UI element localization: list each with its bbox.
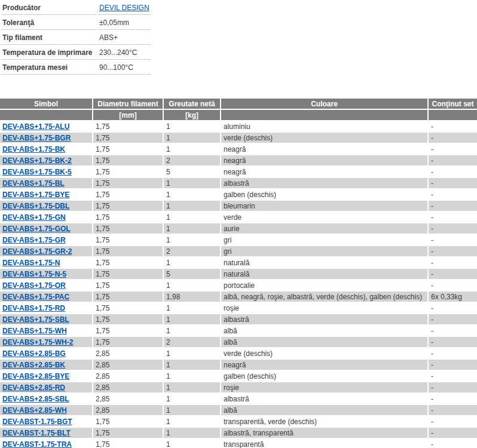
set-cell: -	[429, 405, 477, 415]
info-label: Toleranţă	[1, 16, 97, 30]
diameter-cell: 1,75	[93, 337, 163, 347]
diameter-cell: 1,75	[93, 223, 163, 234]
symbol-link[interactable]: DEV-ABST-1.75-BGT	[2, 418, 72, 426]
set-cell: -	[429, 167, 477, 177]
table-row: DEV-ABS+1.75-BGR1,751verde (deschis)-	[0, 133, 477, 143]
symbol-link[interactable]: DEV-ABS+1.75-PAC	[2, 293, 69, 301]
diameter-cell: 2,85	[93, 348, 163, 358]
symbol-cell: DEV-ABS+2.85-BG	[0, 348, 92, 358]
symbol-link[interactable]: DEV-ABS+1.75-OR	[2, 281, 66, 290]
weight-cell: 1	[164, 326, 220, 336]
symbol-link[interactable]: DEV-ABS+1.75-GR	[2, 236, 66, 244]
color-cell: verde (deschis)	[221, 348, 427, 358]
color-cell: albastră, transparentă	[221, 428, 427, 438]
table-row: DEV-ABS+1.75-GN1,751verde-	[0, 212, 477, 222]
symbol-link[interactable]: DEV-ABS+1.75-DBL	[2, 202, 69, 210]
symbol-link[interactable]: DEV-ABS+1.75-BK-5	[2, 168, 72, 176]
diameter-cell: 1,75	[93, 416, 163, 426]
symbol-link[interactable]: DEV-ABS+1.75-BK-2	[2, 157, 72, 165]
symbol-cell: DEV-ABS+1.75-BGR	[0, 133, 92, 143]
info-label: Temperatura mesei	[1, 61, 97, 75]
table-row: DEV-ABS+1.75-BL1,751albastră-	[0, 178, 477, 188]
set-cell: -	[429, 269, 477, 279]
symbol-link[interactable]: DEV-ABS+1.75-SBL	[2, 315, 69, 324]
table-row: DEV-ABS+1.75-N-51,755naturală-	[0, 269, 477, 279]
info-row-print-temperature: Temperatura de imprimare 230...240°C	[1, 46, 151, 60]
symbol-link[interactable]: DEV-ABS+1.75-GR-2	[2, 247, 72, 256]
symbol-link[interactable]: DEV-ABS+1.75-BGR	[2, 134, 71, 142]
weight-cell: 1	[164, 280, 220, 290]
diameter-cell: 2,85	[93, 382, 163, 392]
symbol-link[interactable]: DEV-ABS+1.75-N-5	[2, 270, 66, 278]
weight-cell: 1	[164, 144, 220, 154]
set-cell: -	[429, 223, 477, 234]
color-cell: galben (deschis)	[221, 371, 427, 381]
symbol-cell: DEV-ABS+1.75-SBL	[0, 314, 92, 324]
table-row: DEV-ABS+2.85-SBL2,851albastră-	[0, 394, 477, 404]
symbol-link[interactable]: DEV-ABS+2.85-BK	[2, 361, 65, 369]
info-row-tolerance: Toleranţă ±0,05mm	[1, 16, 151, 30]
symbol-link[interactable]: DEV-ABS+2.85-RD	[2, 383, 65, 392]
table-row: DEV-ABST-1.75-BLT1,751albastră, transpar…	[0, 428, 477, 438]
symbol-link[interactable]: DEV-ABS+1.75-BYE	[2, 191, 69, 199]
symbol-cell: DEV-ABST-1.75-BGT	[0, 416, 92, 426]
info-row-bed-temperature: Temperatura mesei 90...100°C	[1, 61, 151, 75]
weight-cell: 1	[164, 382, 220, 392]
symbol-cell: DEV-ABS+1.75-WH-2	[0, 337, 92, 347]
table-row: DEV-ABS+1.75-GR-21,752gri-	[0, 246, 477, 256]
symbol-link[interactable]: DEV-ABS+1.75-BL	[2, 179, 65, 188]
symbol-link[interactable]: DEV-ABS+2.85-SBL	[2, 395, 69, 403]
symbol-link[interactable]: DEV-ABS+1.75-WH	[2, 327, 67, 335]
col-header-culoare: Culoare	[221, 99, 427, 109]
diameter-cell: 1,75	[93, 257, 163, 268]
weight-cell: 1	[164, 371, 220, 381]
table-row: DEV-ABST-1.75-BGT1,751transparentă, verd…	[0, 416, 477, 426]
diameter-cell: 1,75	[93, 439, 163, 448]
symbol-cell: DEV-ABS+1.75-N-5	[0, 269, 92, 279]
table-row: DEV-ABS+1.75-WH1,751albă-	[0, 326, 477, 336]
table-row: DEV-ABS+1.75-PAC1,751,98albă, neagră, ro…	[0, 291, 477, 302]
symbol-link[interactable]: DEV-ABS+1.75-GOL	[2, 225, 71, 233]
weight-cell: 1,98	[164, 291, 220, 302]
info-row-filament-type: Tip filament ABS+	[1, 31, 151, 45]
symbol-link[interactable]: DEV-ABS+2.85-WH	[2, 406, 67, 415]
set-cell: -	[429, 212, 477, 222]
symbol-link[interactable]: DEV-ABS+1.75-GN	[2, 213, 66, 222]
symbol-link[interactable]: DEV-ABS+1.75-WH-2	[2, 338, 73, 346]
table-row: DEV-ABS+1.75-N1,751naturală-	[0, 257, 477, 268]
diameter-cell: 1,75	[93, 133, 163, 143]
diameter-cell: 1,75	[93, 201, 163, 211]
set-cell: -	[429, 144, 477, 154]
info-value: DEVIL DESIGN	[98, 1, 151, 15]
set-cell: -	[429, 416, 477, 426]
col-subheader-continut	[429, 110, 477, 120]
symbol-link[interactable]: DEV-ABST-1.75-TRA	[2, 440, 72, 448]
color-cell: neagră	[221, 144, 427, 154]
producer-link[interactable]: DEVIL DESIGN	[99, 4, 149, 12]
col-header-simbol: Simbol	[0, 99, 92, 109]
info-label: Producător	[1, 1, 97, 15]
diameter-cell: 1,75	[93, 269, 163, 279]
color-cell: roşie	[221, 382, 427, 392]
symbol-link[interactable]: DEV-ABS+1.75-BK	[2, 145, 65, 154]
table-row: DEV-ABS+1.75-GR1,751gri-	[0, 235, 477, 245]
symbol-link[interactable]: DEV-ABS+1.75-RD	[2, 304, 65, 312]
symbol-link[interactable]: DEV-ABS+2.85-BG	[2, 349, 66, 358]
set-cell: -	[429, 371, 477, 381]
set-cell: -	[429, 155, 477, 165]
symbol-link[interactable]: DEV-ABS+1.75-N	[2, 259, 60, 267]
set-cell: -	[429, 326, 477, 336]
symbol-cell: DEV-ABS+1.75-OR	[0, 280, 92, 290]
diameter-cell: 1,75	[93, 155, 163, 165]
color-cell: albă, neagră, roşie, albastră, verde (de…	[221, 291, 427, 302]
color-cell: gri	[221, 235, 427, 245]
weight-cell: 1	[164, 394, 220, 404]
table-row: DEV-ABS+1.75-SBL1,751albastră-	[0, 314, 477, 324]
set-cell: -	[429, 246, 477, 256]
symbol-link[interactable]: DEV-ABS+1.75-ALU	[2, 122, 69, 131]
symbol-link[interactable]: DEV-ABS+2.85-BYE	[2, 372, 69, 381]
diameter-cell: 1,75	[93, 167, 163, 177]
col-header-greutate: Greutate netă	[164, 99, 220, 109]
filament-table-body: DEV-ABS+1.75-ALU1,751aluminiu-DEV-ABS+1.…	[0, 121, 477, 448]
symbol-link[interactable]: DEV-ABST-1.75-BLT	[2, 429, 71, 437]
